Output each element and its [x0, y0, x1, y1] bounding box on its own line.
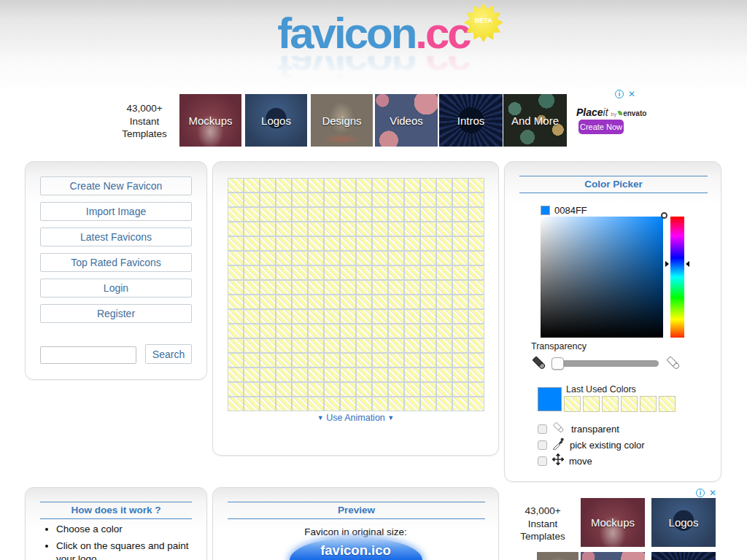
grid-cell[interactable]	[389, 281, 403, 294]
grid-cell[interactable]	[260, 383, 275, 396]
grid-cell[interactable]	[373, 397, 387, 411]
grid-cell[interactable]	[293, 295, 307, 308]
move-checkbox[interactable]	[538, 456, 547, 466]
grid-cell[interactable]	[357, 266, 371, 279]
grid-cell[interactable]	[389, 397, 403, 411]
grid-cell[interactable]	[260, 397, 275, 411]
grid-cell[interactable]	[293, 368, 307, 381]
grid-cell[interactable]	[373, 266, 387, 279]
grid-cell[interactable]	[389, 354, 403, 367]
grid-cell[interactable]	[293, 193, 307, 206]
grid-cell[interactable]	[325, 266, 339, 279]
grid-cell[interactable]	[453, 324, 468, 338]
ad-tile-intros[interactable]: Intros	[439, 94, 503, 147]
ad-tile-logos[interactable]: Logos	[245, 94, 307, 147]
grid-cell[interactable]	[389, 237, 403, 250]
grid-cell[interactable]	[309, 208, 323, 221]
hue-strip[interactable]	[670, 217, 684, 338]
grid-cell[interactable]	[405, 252, 419, 265]
grid-cell[interactable]	[421, 383, 436, 396]
sidebar-item-import-image[interactable]: Import Image	[40, 202, 192, 221]
sidebar-item-create-new-favicon[interactable]: Create New Favicon	[40, 176, 192, 195]
grid-cell[interactable]	[405, 368, 419, 381]
grid-cell[interactable]	[453, 193, 468, 206]
current-color-big-swatch[interactable]	[538, 387, 562, 411]
grid-cell[interactable]	[293, 179, 307, 192]
last-used-swatch[interactable]	[564, 396, 581, 412]
grid-cell[interactable]	[389, 368, 403, 381]
grid-cell[interactable]	[453, 179, 468, 192]
grid-cell[interactable]	[341, 339, 355, 352]
grid-cell[interactable]	[357, 193, 371, 206]
grid-cell[interactable]	[276, 266, 291, 279]
grid-cell[interactable]	[421, 193, 436, 206]
pixel-grid[interactable]	[228, 178, 484, 411]
grid-cell[interactable]	[325, 222, 339, 236]
grid-cell[interactable]	[437, 208, 452, 221]
grid-cell[interactable]	[453, 354, 468, 367]
grid-cell[interactable]	[276, 179, 291, 192]
grid-cell[interactable]	[357, 368, 371, 381]
grid-cell[interactable]	[437, 354, 452, 367]
grid-cell[interactable]	[325, 383, 339, 396]
grid-cell[interactable]	[373, 252, 387, 265]
grid-cell[interactable]	[260, 324, 275, 338]
grid-cell[interactable]	[373, 179, 387, 192]
grid-cell[interactable]	[244, 179, 259, 192]
grid-cell[interactable]	[244, 281, 259, 294]
grid-cell[interactable]	[469, 237, 484, 250]
grid-cell[interactable]	[341, 208, 355, 221]
ad-tile-partial[interactable]	[581, 552, 645, 560]
grid-cell[interactable]	[357, 208, 371, 221]
grid-cell[interactable]	[260, 310, 275, 323]
grid-cell[interactable]	[469, 397, 484, 411]
grid-cell[interactable]	[421, 266, 436, 279]
grid-cell[interactable]	[228, 339, 243, 352]
grid-cell[interactable]	[421, 339, 436, 352]
grid-cell[interactable]	[325, 179, 339, 192]
grid-cell[interactable]	[373, 324, 387, 338]
grid-cell[interactable]	[276, 252, 291, 265]
grid-cell[interactable]	[228, 222, 243, 236]
grid-cell[interactable]	[276, 281, 291, 294]
grid-cell[interactable]	[341, 354, 355, 367]
grid-cell[interactable]	[405, 383, 419, 396]
pick-existing-color-checkbox[interactable]	[538, 440, 547, 450]
ad-tile-videos[interactable]: Videos	[375, 94, 438, 147]
grid-cell[interactable]	[357, 179, 371, 192]
grid-cell[interactable]	[293, 237, 307, 250]
grid-cell[interactable]	[293, 397, 307, 411]
grid-cell[interactable]	[405, 281, 419, 294]
grid-cell[interactable]	[469, 368, 484, 381]
grid-cell[interactable]	[276, 324, 291, 338]
grid-cell[interactable]	[405, 310, 419, 323]
grid-cell[interactable]	[244, 295, 259, 308]
grid-cell[interactable]	[469, 339, 484, 352]
grid-cell[interactable]	[293, 310, 307, 323]
grid-cell[interactable]	[244, 266, 259, 279]
grid-cell[interactable]	[341, 222, 355, 236]
ad-tile-partial[interactable]	[651, 552, 716, 560]
ad-tile-designs[interactable]: Designs	[311, 94, 373, 147]
grid-cell[interactable]	[373, 222, 387, 236]
grid-cell[interactable]	[405, 208, 419, 221]
grid-cell[interactable]	[276, 368, 291, 381]
grid-cell[interactable]	[453, 252, 468, 265]
grid-cell[interactable]	[276, 222, 291, 236]
grid-cell[interactable]	[437, 295, 452, 308]
grid-cell[interactable]	[437, 383, 452, 396]
grid-cell[interactable]	[244, 354, 259, 367]
grid-cell[interactable]	[276, 193, 291, 206]
create-now-button[interactable]: Create Now	[578, 120, 624, 134]
transparent-eraser-icon[interactable]	[665, 354, 683, 372]
site-logo[interactable]: favicon.cc BETA	[277, 10, 469, 56]
grid-cell[interactable]	[357, 354, 371, 367]
grid-cell[interactable]	[389, 222, 403, 236]
grid-cell[interactable]	[405, 179, 419, 192]
grid-cell[interactable]	[469, 222, 484, 236]
grid-cell[interactable]	[405, 324, 419, 338]
grid-cell[interactable]	[228, 397, 243, 411]
ad-close-icon[interactable]: ✕	[709, 489, 716, 497]
grid-cell[interactable]	[437, 324, 452, 338]
grid-cell[interactable]	[469, 266, 484, 279]
